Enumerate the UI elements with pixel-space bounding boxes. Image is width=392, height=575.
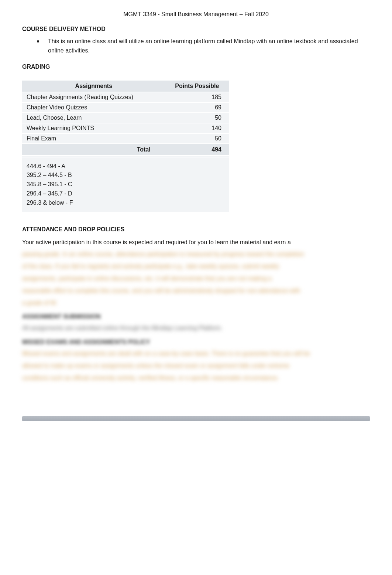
grade-scale-cell: 444.6 - 494 - A 395.2 – 444.5 - B 345.8 … [22, 157, 229, 212]
assignment-name: Chapter Assignments (Reading Quizzes) [22, 92, 165, 102]
table-header-row: Assignments Points Possible [22, 81, 229, 92]
obscured-heading: ASSIGNMENT SUBMISSION [22, 313, 370, 320]
grade-scale-line: 296.3 & below - F [27, 198, 224, 208]
total-points: 494 [165, 144, 229, 155]
obscured-line: Missed exams and assignments are dealt w… [22, 349, 370, 358]
heading-attendance: ATTENDANCE AND DROP POLICIES [22, 226, 370, 233]
heading-delivery: COURSE DELIVERY METHOD [22, 26, 370, 33]
delivery-bullet-text: This is an online class and will utilize… [48, 37, 370, 55]
col-points: Points Possible [165, 81, 229, 92]
total-label: Total [22, 144, 165, 155]
obscured-paragraph: passing grade. In an online course, atte… [22, 250, 370, 307]
table-row: Chapter Video Quizzes 69 [22, 103, 229, 112]
obscured-line: passing grade. In an online course, atte… [22, 250, 370, 259]
assignment-name: Weekly Learning POINTS [22, 123, 165, 133]
obscured-line: of the class. If you fail to regularly a… [22, 262, 370, 271]
footer-divider [22, 416, 370, 421]
obscured-heading: MISSED EXAMS AND ASSIGNMENTS POLICY [22, 339, 370, 346]
obscured-line: a grade of W. [22, 299, 370, 308]
table-row: Chapter Assignments (Reading Quizzes) 18… [22, 92, 229, 102]
obscured-line: All assignments are submitted online thr… [22, 324, 370, 333]
assignment-points: 50 [165, 113, 229, 123]
assignment-name: Chapter Video Quizzes [22, 103, 165, 112]
table-row: Weekly Learning POINTS 140 [22, 123, 229, 133]
grade-scale-line: 296.4 – 345.7 - D [27, 189, 224, 198]
assignment-points: 69 [165, 103, 229, 112]
delivery-bullet: This is an online class and will utilize… [37, 37, 370, 55]
assignment-points: 50 [165, 134, 229, 143]
table-row: Final Exam 50 [22, 134, 229, 143]
obscured-line: conditions such as official university a… [22, 374, 370, 383]
obscured-line: allowed to make up exams or assignments … [22, 361, 370, 371]
bullet-icon [37, 40, 39, 42]
grade-scale-line: 395.2 – 444.5 - B [27, 171, 224, 180]
grade-scale-row: 444.6 - 494 - A 395.2 – 444.5 - B 345.8 … [22, 157, 229, 212]
assignment-points: 140 [165, 123, 229, 133]
heading-grading: GRADING [22, 64, 370, 70]
attendance-visible-line: Your active participation in this course… [22, 238, 370, 247]
grading-table: Assignments Points Possible Chapter Assi… [22, 80, 229, 213]
course-header: MGMT 3349 - Small Business Management – … [22, 11, 370, 18]
col-assignments: Assignments [22, 81, 165, 92]
assignment-name: Lead, Choose, Learn [22, 113, 165, 123]
grading-block: Assignments Points Possible Chapter Assi… [22, 80, 229, 213]
table-row: Lead, Choose, Learn 50 [22, 113, 229, 123]
grade-scale-line: 345.8 – 395.1 - C [27, 180, 224, 189]
grade-scale-line: 444.6 - 494 - A [27, 162, 224, 171]
table-row [22, 156, 229, 157]
obscured-paragraph: Missed exams and assignments are dealt w… [22, 349, 370, 382]
obscured-line: assignments, participate in online discu… [22, 274, 370, 283]
table-total-row: Total 494 [22, 144, 229, 155]
assignment-points: 185 [165, 92, 229, 102]
assignment-name: Final Exam [22, 134, 165, 143]
obscured-line: reasonable effort to complete this cours… [22, 286, 370, 296]
